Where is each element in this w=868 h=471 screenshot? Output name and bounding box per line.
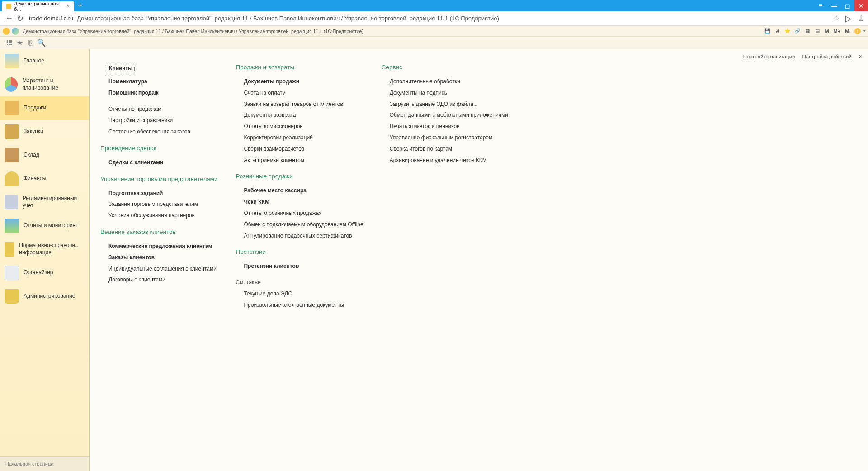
tab-favicon [6,4,11,9]
sidebar-item-reports[interactable]: Отчеты и мониторинг [0,214,89,238]
page-menu-icon[interactable]: ▷ [843,13,854,24]
print-icon[interactable]: 🖨 [774,28,781,35]
link-print-labels[interactable]: Печать этикеток и ценников [382,121,508,132]
section-service: Сервис [382,64,508,71]
sidebar-item-admin[interactable]: Администрирование [0,285,89,308]
new-tab-button[interactable]: + [78,1,83,10]
admin-icon [5,289,19,304]
link-retail-reports[interactable]: Отчеты о розничных продажах [236,208,363,219]
reload-button[interactable]: ↻ [14,13,25,24]
sidebar-item-organizer[interactable]: Органайзер [0,261,89,285]
bookmark-icon[interactable]: ☆ [833,14,840,23]
section-orders: Ведение заказов клиентов [100,228,217,235]
close-icon[interactable]: × [67,4,70,9]
memory-mminus-button[interactable]: M- [844,29,852,34]
sidebar-item-warehouse[interactable]: Склад [0,143,89,167]
actions-settings-link[interactable]: Настройка действий [802,54,852,59]
favorites-button[interactable]: ★ [14,38,25,48]
link-edo-current[interactable]: Текущие дела ЭДО [236,288,363,300]
memory-m-button[interactable]: M [824,29,830,34]
link-client-deals[interactable]: Сделки с клиентами [100,157,217,168]
link-client-claims[interactable]: Претензии клиентов [236,261,363,272]
link-nomenclature[interactable]: Номенклатура [100,76,217,87]
main-toolbar: ★ ⎘ 🔍 [0,37,868,49]
history-button[interactable]: ⎘ [25,38,36,48]
favorite-icon[interactable]: ⭐ [784,28,791,35]
maximize-button[interactable]: ◻ [841,0,854,11]
link-reconciliations[interactable]: Сверки взаиморасчетов [236,143,363,155]
link-client-orders[interactable]: Заказы клиентов [100,252,217,263]
link-extra-processing[interactable]: Дополнительные обработки [382,76,508,87]
sidebar-item-reference[interactable]: Нормативно-справочн... информация [0,238,89,261]
calendar-icon[interactable]: ▤ [814,28,821,35]
link-load-edo-file[interactable]: Загрузить данные ЭДО из файла... [382,99,508,110]
url-domain: trade.demo.1c.ru [29,15,73,22]
link-settings-refs[interactable]: Настройки и справочники [100,115,217,126]
sidebar-item-sales[interactable]: Продажи [0,96,89,120]
link-sales-corrections[interactable]: Корректировки реализаций [236,132,363,143]
marketing-icon [5,77,18,92]
minimize-button[interactable]: — [827,0,841,11]
link-sales-docs[interactable]: Документы продажи [236,76,363,87]
warehouse-icon [5,148,19,162]
link-receipts[interactable]: Чеки ККМ [236,196,363,208]
sidebar-footer[interactable]: Начальная страница [0,456,89,471]
link-invoices[interactable]: Счета на оплату [236,87,363,99]
section-retail: Розничные продажи [236,173,363,180]
reference-icon [5,242,14,257]
link-edo-arbitrary[interactable]: Произвольные электронные документы [236,300,363,311]
nav-settings-link[interactable]: Настройка навигации [743,54,795,59]
link-task-prep[interactable]: Подготовка заданий [100,188,217,199]
address-bar: ← ↻ trade.demo.1c.ru Демонстрационная ба… [0,11,868,26]
link-clients[interactable]: Клиенты [107,64,135,73]
sections-button[interactable] [4,38,14,48]
sidebar-item-marketing[interactable]: Маркетинг и планирование [0,73,89,96]
link-client-contracts[interactable]: Договоры с клиентами [100,274,217,285]
link-card-reconcile[interactable]: Сверка итогов по картам [382,143,508,155]
link-archive-receipts[interactable]: Архивирование и удаление чеков ККМ [382,155,508,166]
link-offline-exchange[interactable]: Обмен с подключаемым оборудованием Offli… [236,219,363,230]
link-void-certificates[interactable]: Аннулирование подарочных сертификатов [236,230,363,242]
sidebar-item-purchases[interactable]: Закупки [0,120,89,143]
link-client-acceptance[interactable]: Акты приемки клиентом [236,155,363,166]
link-sales-assistant[interactable]: Помощник продаж [100,87,217,99]
close-panel-icon[interactable]: × [859,53,863,60]
browser-menu-button[interactable]: ≡ [814,0,827,11]
app-nav-icon[interactable] [12,28,19,35]
link-sales-reports[interactable]: Отчеты по продажам [100,104,217,115]
browser-tab-strip: Демонстрационная б... × + ≡ — ◻ ✕ [0,0,868,11]
link-docs-to-sign[interactable]: Документы на подпись [382,87,508,99]
info-icon[interactable]: i [854,28,861,34]
link-individual-agreements[interactable]: Индивидуальные соглашения с клиентами [100,263,217,275]
url-area[interactable]: trade.demo.1c.ru Демонстрационная база "… [29,15,833,22]
link-commercial-offers[interactable]: Коммерческие предложения клиентам [100,241,217,252]
link-icon[interactable]: 🔗 [794,28,801,35]
browser-tab[interactable]: Демонстрационная б... × [2,1,74,11]
link-rep-tasks[interactable]: Задания торговым представителям [100,199,217,210]
accounting-icon [5,195,18,209]
sidebar-item-finance[interactable]: Финансы [0,167,89,190]
link-return-docs[interactable]: Документы возврата [236,109,363,121]
save-icon[interactable]: 💾 [764,28,771,35]
window-controls: ≡ — ◻ ✕ [814,0,868,11]
download-icon[interactable]: ⤓ [858,14,864,24]
reports-icon [5,219,19,233]
link-partner-terms[interactable]: Условия обслуживания партнеров [100,210,217,221]
column-3: Сервис Дополнительные обработки Документ… [382,64,508,311]
section-sales-returns: Продажи и возвраты [236,64,363,71]
close-window-button[interactable]: ✕ [854,0,868,11]
column-2: Продажи и возвраты Документы продажи Сче… [236,64,363,311]
link-cashier-workplace[interactable]: Рабочее место кассира [236,185,363,196]
sidebar-item-accounting[interactable]: Регламентированный учет [0,190,89,214]
memory-mplus-button[interactable]: M+ [833,29,842,34]
link-mobile-exchange[interactable]: Обмен данными с мобильными приложениями [382,109,508,121]
link-fiscal-register[interactable]: Управление фискальным регистратором [382,132,508,143]
search-button[interactable]: 🔍 [36,38,47,48]
sidebar-item-main[interactable]: Главное [0,49,89,73]
back-button[interactable]: ← [4,13,14,24]
link-order-state[interactable]: Состояние обеспечения заказов [100,126,217,138]
link-return-requests[interactable]: Заявки на возврат товаров от клиентов [236,99,363,110]
link-commission-reports[interactable]: Отчеты комиссионеров [236,121,363,132]
dropdown-icon[interactable]: ▾ [863,29,865,33]
calc-icon[interactable]: ▦ [804,28,811,35]
